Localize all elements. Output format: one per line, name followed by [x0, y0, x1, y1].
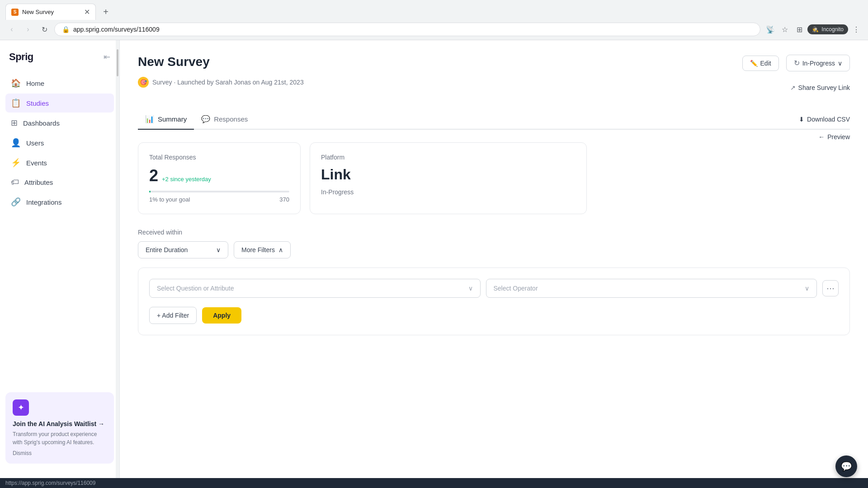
tab-summary[interactable]: 📊 Summary — [138, 109, 194, 130]
attributes-icon: 🏷 — [11, 178, 19, 187]
studies-icon: 📋 — [11, 98, 21, 108]
forward-button[interactable]: › — [22, 23, 34, 36]
spinner-icon: ↻ — [794, 59, 800, 67]
sidebar-collapse-button[interactable]: ⇤ — [104, 52, 110, 62]
chevron-down-icon: ∨ — [805, 285, 809, 292]
total-responses-label: Total Responses — [149, 154, 289, 161]
platform-card: Platform Link In-Progress — [310, 142, 587, 214]
sidebar-item-home[interactable]: 🏠 Home — [5, 74, 114, 93]
sidebar-logo-area: Sprig ⇤ — [0, 47, 119, 74]
tab-favicon: S — [11, 9, 19, 16]
status-bar: https://app.sprig.com/surveys/116009 — [0, 478, 868, 488]
more-filters-button[interactable]: More Filters ∧ — [234, 241, 291, 258]
incognito-badge[interactable]: 🕵 Incognito — [807, 24, 848, 34]
total-responses-card: Total Responses 2 +2 since yesterday 1% … — [138, 142, 301, 214]
tab-list: 📊 Summary 💬 Responses — [138, 109, 255, 129]
sidebar-item-label: Users — [26, 139, 44, 147]
browser-chrome: S New Survey ✕ + ‹ › ↻ 🔒 app.sprig.com/s… — [0, 0, 868, 40]
bookmark-icon[interactable]: ☆ — [778, 23, 791, 36]
duration-dropdown[interactable]: Entire Duration ∨ — [138, 241, 228, 258]
sidebar-item-users[interactable]: 👤 Users — [5, 133, 114, 152]
edit-button[interactable]: ✏️ Edit — [742, 56, 779, 71]
progress-label-text: 1% to your goal — [149, 196, 190, 203]
sidebar-navigation: 🏠 Home 📋 Studies ⊞ Dashboards 👤 Users ⚡ … — [0, 74, 119, 211]
new-tab-button[interactable]: + — [99, 5, 112, 18]
tab-responses[interactable]: 💬 Responses — [194, 109, 255, 130]
filter-builder: Select Question or Attribute ∨ Select Op… — [138, 267, 850, 335]
sidebar-item-label: Events — [26, 159, 47, 167]
chevron-down-icon: ∨ — [838, 60, 842, 67]
preview-icon: ← — [818, 133, 825, 141]
status-url: https://app.sprig.com/surveys/116009 — [5, 480, 95, 486]
external-link-icon: ↗ — [790, 84, 796, 91]
browser-tab[interactable]: S New Survey ✕ — [5, 4, 96, 20]
cast-icon[interactable]: 📡 — [764, 23, 777, 36]
chevron-down-icon: ∨ — [468, 285, 473, 292]
filter-more-options-button[interactable]: ⋯ — [822, 280, 839, 296]
address-text: app.sprig.com/surveys/116009 — [73, 26, 160, 33]
reload-button[interactable]: ↻ — [38, 23, 51, 36]
sidebar-item-integrations[interactable]: 🔗 Integrations — [5, 192, 114, 211]
preview-button[interactable]: ← Preview — [818, 133, 850, 141]
subtitle-text: Survey · Launched by Sarah Jonas on Aug … — [152, 79, 304, 86]
tab-title: New Survey — [22, 9, 54, 15]
browser-title-bar: S New Survey ✕ + — [0, 0, 868, 20]
integrations-icon: 🔗 — [11, 197, 21, 207]
filters-section: Received within Entire Duration ∨ More F… — [138, 229, 850, 258]
users-icon: 👤 — [11, 138, 21, 148]
dismiss-button[interactable]: Dismiss — [13, 450, 107, 456]
sidebar-item-label: Integrations — [26, 198, 61, 206]
sidebar-item-studies[interactable]: 📋 Studies — [5, 94, 114, 113]
received-within-label: Received within — [138, 229, 850, 236]
stats-row: Total Responses 2 +2 since yesterday 1% … — [138, 142, 850, 214]
filters-row: Entire Duration ∨ More Filters ∧ — [138, 241, 850, 258]
address-bar[interactable]: 🔒 app.sprig.com/surveys/116009 — [54, 23, 760, 36]
app-container: Sprig ⇤ 🏠 Home 📋 Studies ⊞ Dashboards 👤 … — [0, 40, 868, 478]
page-title-area: New Survey — [138, 55, 210, 69]
back-button[interactable]: ‹ — [5, 23, 18, 36]
platform-label: Platform — [321, 154, 576, 161]
ai-promo-icon: ✦ — [13, 399, 29, 416]
question-placeholder: Select Question or Attribute — [157, 285, 234, 292]
page-header: New Survey ✏️ Edit ↻ In-Progress ∨ — [138, 55, 850, 71]
total-responses-value: 2 +2 since yesterday — [149, 166, 289, 185]
platform-value: Link — [321, 166, 576, 183]
incognito-icon: 🕵 — [812, 26, 819, 33]
incognito-label: Incognito — [821, 26, 844, 33]
survey-badge: 🎯 — [138, 77, 149, 88]
apply-button[interactable]: Apply — [202, 307, 241, 324]
sprig-logo: Sprig — [9, 51, 33, 63]
sidebar: Sprig ⇤ 🏠 Home 📋 Studies ⊞ Dashboards 👤 … — [0, 40, 120, 478]
sidebar-bottom: ✦ Join the AI Analysis Waitlist → Transf… — [0, 385, 119, 471]
profile-icon[interactable]: ⊞ — [793, 23, 806, 36]
edit-icon: ✏️ — [750, 60, 758, 67]
add-filter-button[interactable]: + Add Filter — [149, 307, 197, 324]
progress-bar — [149, 191, 289, 192]
sidebar-item-events[interactable]: ⚡ Events — [5, 153, 114, 172]
scrollbar-thumb — [117, 49, 118, 76]
lock-icon: 🔒 — [62, 26, 70, 33]
status-button[interactable]: ↻ In-Progress ∨ — [786, 55, 850, 71]
sidebar-item-dashboards[interactable]: ⊞ Dashboards — [5, 113, 114, 132]
operator-select[interactable]: Select Operator ∨ — [486, 279, 817, 298]
events-icon: ⚡ — [11, 158, 21, 168]
header-actions: ✏️ Edit ↻ In-Progress ∨ — [742, 55, 850, 71]
progress-fill — [149, 191, 151, 192]
download-csv-button[interactable]: ⬇ Download CSV — [799, 116, 850, 123]
page-title: New Survey — [138, 55, 210, 69]
dashboards-icon: ⊞ — [11, 118, 18, 128]
progress-labels: 1% to your goal 370 — [149, 196, 289, 203]
sidebar-item-attributes[interactable]: 🏷 Attributes — [5, 173, 114, 192]
goal-value-text: 370 — [279, 196, 289, 203]
share-survey-link-button[interactable]: ↗ Share Survey Link — [790, 84, 850, 91]
question-attribute-select[interactable]: Select Question or Attribute ∨ — [149, 279, 481, 298]
main-content: New Survey ✏️ Edit ↻ In-Progress ∨ 🎯 Sur… — [120, 40, 868, 478]
filter-actions: + Add Filter Apply — [149, 307, 839, 324]
responses-icon: 💬 — [201, 115, 210, 123]
tab-close-button[interactable]: ✕ — [84, 8, 90, 16]
more-button[interactable]: ⋮ — [850, 23, 863, 36]
sidebar-item-label: Attributes — [24, 178, 53, 186]
ai-promo-title: Join the AI Analysis Waitlist → — [13, 420, 107, 427]
ai-promo-description: Transform your product experience with S… — [13, 430, 107, 446]
chat-bubble-button[interactable]: 💬 — [835, 455, 857, 477]
